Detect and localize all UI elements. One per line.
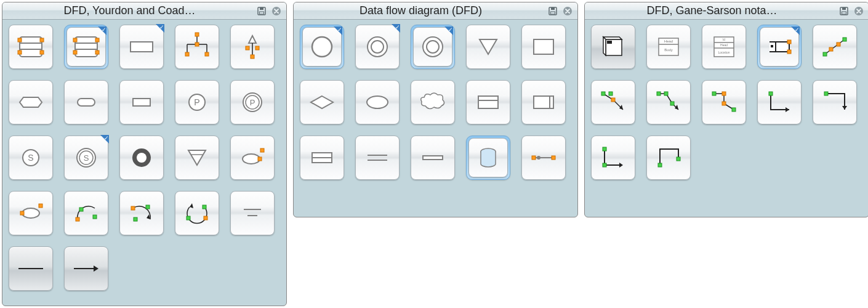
data-store-rect[interactable] [119,25,164,69]
checked-flag-icon [156,24,164,33]
checked-flag-icon [100,135,109,144]
checked-flag-icon [444,26,453,35]
rectangle[interactable] [521,25,566,69]
data-store-3-segments-selected-selection [64,25,108,69]
process-circle-double-2-selection [411,25,455,69]
terminator-hex[interactable] [9,80,53,124]
database[interactable] [468,138,508,177]
line-connector-diag[interactable] [813,25,857,69]
poly-line-1[interactable] [591,80,635,124]
panel-yourdon: DFD, Yourdon and Coad… [2,2,287,306]
data-store-3rows[interactable] [702,25,746,69]
checked-flag-icon [791,26,800,35]
circle-ring[interactable] [119,136,164,180]
checked-flag-icon [392,24,400,33]
arc-connector-3[interactable] [175,191,219,235]
open-store-selected[interactable] [760,27,799,67]
open-rect-side[interactable] [521,80,566,124]
checked-flag-icon [98,26,106,35]
open-rect-top[interactable] [466,80,510,124]
close-button[interactable] [853,5,865,17]
save-button[interactable] [547,5,559,17]
diamond[interactable] [300,80,344,124]
save-button[interactable] [255,5,268,17]
close-button[interactable] [270,5,283,17]
oval-connector-handles[interactable] [230,136,275,180]
process-s[interactable] [9,136,53,180]
panel-body [294,20,577,187]
panel-header[interactable]: Data flow diagram (DFD) [294,2,577,20]
process-circle-double[interactable] [355,25,400,69]
panel-title: DFD, Gane-Sarson nota… [589,4,835,17]
poly-line-2[interactable] [646,80,691,124]
process-s-double-selected[interactable] [64,136,108,180]
elbow-1[interactable] [757,80,802,124]
split-merge-connector[interactable] [175,25,219,69]
merge-connector[interactable] [230,25,275,69]
data-store-2rows[interactable] [646,25,691,69]
open-store-selected-selection [757,25,802,69]
poly-line-3[interactable] [702,80,746,124]
inverted-triangle[interactable] [175,136,219,180]
close-button[interactable] [561,5,574,17]
panel-dfd: Data flow diagram (DFD) [293,2,578,217]
panel-header[interactable]: DFD, Yourdon and Coad… [2,2,286,20]
process-p[interactable] [175,80,219,124]
panel-body [2,20,286,298]
process-box-3d[interactable] [591,25,635,69]
database-selection [466,136,510,180]
double-line-bare[interactable] [355,136,400,180]
process-circle-double-2[interactable] [413,27,452,67]
data-store-3-segments[interactable] [9,25,53,69]
arrow-line[interactable] [9,246,53,291]
arrow-line-head[interactable] [64,246,108,291]
elbow-4[interactable] [646,136,691,180]
cloud[interactable] [411,80,455,124]
checked-flag-icon [334,26,342,35]
data-line[interactable] [230,191,275,235]
save-button[interactable] [838,5,850,17]
arc-connector-2[interactable] [119,191,164,235]
elbow-3[interactable] [591,136,635,180]
elbow-2[interactable] [813,80,857,124]
panel-title: DFD, Yourdon and Coad… [6,4,253,17]
single-bar[interactable] [411,136,455,180]
data-store-3-segments-selected[interactable] [66,27,106,67]
panel-title: Data flow diagram (DFD) [297,4,544,17]
connector-dot-line[interactable] [521,136,566,180]
terminator-rounded[interactable] [64,80,108,124]
process-circle-selection [300,25,344,69]
panel-header[interactable]: DFD, Gane-Sarson nota… [585,2,868,20]
triangle-down[interactable] [466,25,510,69]
double-line-store[interactable] [300,136,344,180]
panel-gane: DFD, Gane-Sarson nota… [584,2,868,217]
process-circle[interactable] [302,27,342,67]
oval-connector-handles-2[interactable] [9,191,53,235]
ellipse[interactable] [355,80,400,124]
panel-body [585,20,868,187]
arc-connector-1[interactable] [64,191,108,235]
process-p-double[interactable] [230,80,275,124]
terminator-rect[interactable] [119,80,164,124]
